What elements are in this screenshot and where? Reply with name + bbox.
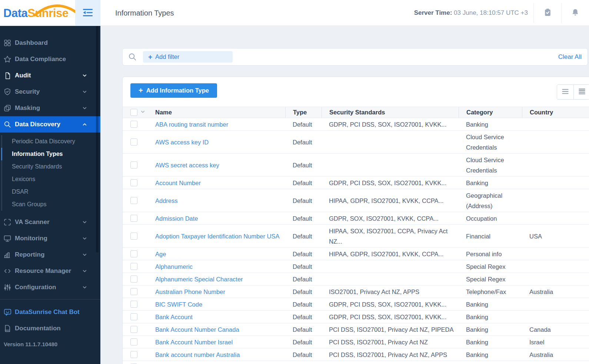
sidebar-scrollbar[interactable] (96, 26, 99, 253)
type-cell: Default (285, 119, 322, 130)
information-type-link[interactable]: Bank Account Number Israel (155, 339, 233, 345)
sidebar-item-documentation[interactable]: DOCDocumentation (0, 320, 100, 337)
row-checkbox[interactable] (130, 233, 137, 240)
information-type-link[interactable]: Adoption Taxpayer Identification Number … (155, 233, 279, 240)
row-checkbox[interactable] (130, 197, 137, 204)
information-type-link[interactable]: Address (155, 197, 178, 204)
information-type-link[interactable]: BIC SWIFT Code (155, 301, 202, 308)
row-checkbox[interactable] (130, 301, 137, 308)
sidebar-item-label: Monitoring (15, 235, 47, 242)
sidebar-item-audit[interactable]: Audit (0, 67, 100, 84)
sidebar-subitem-label: Security Standards (12, 163, 62, 170)
plus-icon: + (148, 53, 152, 60)
brand-logo[interactable]: DataSunrise (0, 0, 75, 26)
add-information-type-button[interactable]: + Add Information Type (130, 83, 217, 98)
sidebar-subitem-lexicons[interactable]: Lexicons (0, 173, 100, 186)
row-checkbox[interactable] (130, 138, 137, 146)
server-time-label: Server Time: (414, 9, 452, 16)
sidebar-item-reporting[interactable]: Reporting (0, 247, 100, 263)
column-header-name[interactable]: Name (155, 107, 285, 118)
column-header-category[interactable]: Category (459, 107, 522, 118)
sidebar-item-label: DataSunrise Chat Bot (15, 308, 80, 316)
chevron-down-icon (82, 220, 87, 225)
compact-view-button[interactable] (573, 85, 589, 99)
row-checkbox[interactable] (130, 121, 137, 128)
sidebar-subitem-dsar[interactable]: DSAR (0, 186, 100, 198)
row-checkbox[interactable] (130, 161, 137, 168)
sidebar-item-data-discovery[interactable]: Data Discovery (0, 116, 100, 133)
clear-all-link[interactable]: Clear All (558, 53, 582, 61)
type-cell: Default (285, 261, 322, 272)
information-type-link[interactable]: Age (155, 251, 166, 257)
row-checkbox[interactable] (130, 263, 137, 270)
tasks-button[interactable] (534, 0, 561, 26)
information-type-link[interactable]: Alphanumeric Special Character (155, 276, 243, 283)
chevron-down-icon (82, 73, 87, 78)
column-header-security-standards[interactable]: Security Standards (322, 107, 459, 118)
row-checkbox[interactable] (130, 313, 137, 320)
grid-icon (3, 39, 12, 47)
sidebar-subitem-security-standards[interactable]: Security Standards (0, 160, 100, 173)
chevron-down-icon (82, 90, 87, 94)
row-checkbox[interactable] (130, 215, 137, 222)
row-checkbox[interactable] (130, 275, 137, 283)
information-type-link[interactable]: Bank Account (155, 314, 193, 320)
sidebar-subitem-information-types[interactable]: Information Types (0, 148, 100, 160)
information-type-link[interactable]: Alphanumeric (155, 263, 193, 270)
sidebar-item-datasunrise-chat-bot[interactable]: DataSunrise Chat Bot (0, 304, 100, 320)
sidebar-collapse-button[interactable] (75, 0, 100, 26)
row-checkbox[interactable] (130, 326, 137, 333)
row-checkbox[interactable] (130, 288, 137, 295)
information-type-link[interactable]: Account Number (155, 180, 201, 186)
sidebar-item-label: VA Scanner (15, 218, 50, 226)
select-menu-chevron-icon[interactable] (140, 109, 146, 116)
top-bar: DataSunrise Information Types Server Tim… (0, 0, 589, 26)
row-checkbox[interactable] (130, 351, 137, 358)
sidebar-item-monitoring[interactable]: Monitoring (0, 230, 100, 247)
row-checkbox[interactable] (130, 250, 137, 257)
information-type-link[interactable]: Bank Account Number Canada (155, 326, 239, 333)
sidebar: DashboardData ComplianceAuditSecurityMas… (0, 26, 100, 364)
information-type-link[interactable]: ABA routing transit number (155, 121, 228, 128)
masking-icon (3, 104, 12, 113)
category-cell: Special Regex (459, 261, 522, 272)
sidebar-subitem-periodic-data-discovery[interactable]: Periodic Data Discovery (0, 135, 100, 148)
type-cell: Default (285, 196, 322, 206)
dense-rows-view-icon (578, 87, 586, 97)
sidebar-item-resource-manager[interactable]: Resource Manager (0, 263, 100, 279)
comfortable-view-button[interactable] (557, 85, 573, 99)
table-row: Admission DateDefaultGDPR, SOX, ISO27001… (123, 212, 589, 225)
sidebar-item-data-compliance[interactable]: Data Compliance (0, 51, 100, 67)
information-type-link[interactable]: Australian Phone Number (155, 288, 225, 295)
type-cell: Default (285, 249, 322, 259)
select-all-checkbox[interactable] (130, 109, 137, 116)
column-header-country[interactable]: Country (522, 107, 589, 118)
notifications-button[interactable] (562, 0, 589, 26)
sidebar-item-masking[interactable]: Masking (0, 100, 100, 116)
information-type-link[interactable]: AWS secret access key (155, 162, 219, 168)
security-standards-cell: PCI DSS, ISO27001, Privacy Act NZ, PIPED… (322, 324, 459, 335)
sidebar-item-configuration[interactable]: Configuration (0, 279, 100, 295)
add-filter-button[interactable]: + Add filter (143, 51, 233, 63)
sidebar-subitem-scan-groups[interactable]: Scan Groups (0, 198, 100, 211)
column-header-type[interactable]: Type (285, 107, 322, 118)
brand-logo-text: DataSunrise (3, 7, 68, 19)
security-standards-cell: ISO27001, Privacy Act NZ, APPS (322, 287, 459, 297)
sidebar-item-va-scanner[interactable]: VA Scanner (0, 214, 100, 230)
sidebar-item-security[interactable]: Security (0, 84, 100, 100)
information-type-link[interactable]: AWS access key ID (155, 139, 209, 146)
sidebar-subitem-label: DSAR (12, 188, 28, 195)
doc-icon: DOC (3, 324, 12, 333)
row-checkbox[interactable] (130, 338, 137, 345)
row-checkbox[interactable] (130, 179, 137, 186)
version-label: Version 11.1.7.10480 (0, 341, 100, 347)
chevron-down-icon (82, 106, 87, 111)
table-row: Australian Phone NumberDefaultISO27001, … (123, 285, 589, 298)
sidebar-item-dashboard[interactable]: Dashboard (0, 35, 100, 51)
information-type-link[interactable]: Bank account number Australia (155, 351, 240, 358)
sidebar-subitem-label: Lexicons (12, 176, 35, 182)
information-type-link[interactable]: Admission Date (155, 215, 198, 222)
sidebar-item-label: Masking (15, 104, 40, 112)
table-row: BIC SWIFT CodeDefaultGDPR, PCI DSS, SOX,… (123, 298, 589, 311)
category-cell: Banking (459, 324, 522, 335)
